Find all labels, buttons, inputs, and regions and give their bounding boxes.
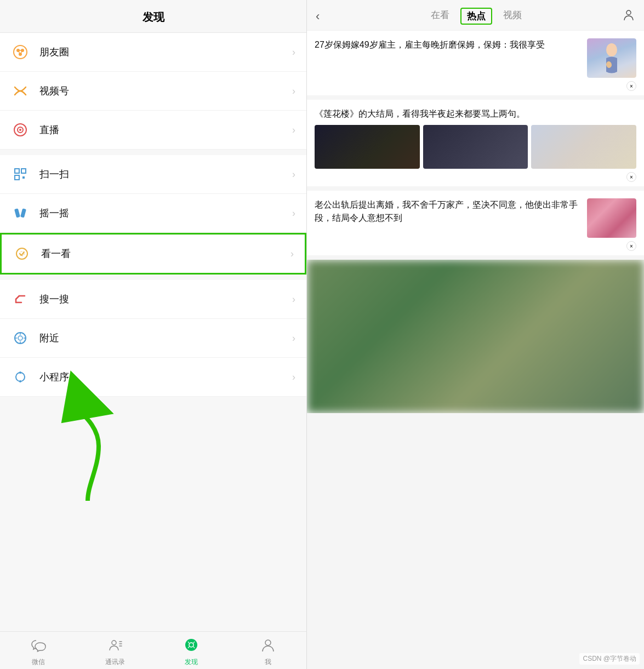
- news-item-2-images: [315, 125, 636, 169]
- scan-icon: [11, 165, 30, 184]
- nav-item-contacts[interactable]: 通讯录: [77, 637, 153, 667]
- look-icon: [13, 244, 31, 263]
- news-img-3: [531, 125, 636, 169]
- news-item-1-close[interactable]: ×: [626, 81, 636, 91]
- news-item-3-text: 老公出轨后提出离婚，我不舍千万家产，坚决不同意，他使出非常手段，结局令人意想不到: [315, 198, 580, 238]
- news-img-2: [423, 125, 528, 169]
- menu-arrow-scan: ›: [292, 169, 295, 180]
- shake-icon: [11, 204, 30, 222]
- svg-point-28: [19, 371, 21, 374]
- menu-arrow-search: ›: [292, 294, 295, 305]
- menu-group-3: 搜一搜 › 附近 ›: [0, 280, 306, 397]
- svg-line-18: [16, 296, 19, 299]
- news-item-2-close[interactable]: ×: [626, 172, 636, 182]
- left-header: 发现: [0, 0, 306, 33]
- svg-rect-11: [21, 169, 26, 173]
- menu-item-nearby[interactable]: 附近 ›: [0, 319, 306, 358]
- menu-arrow-live: ›: [292, 124, 295, 136]
- menu-arrow-shake: ›: [292, 208, 295, 219]
- video-channel-icon: [11, 82, 30, 100]
- news-item-3-close-area: ×: [315, 241, 636, 251]
- svg-rect-15: [20, 208, 26, 218]
- menu-item-friends-circle[interactable]: 朋友圈 ›: [0, 33, 306, 72]
- menu-arrow-video-channel: ›: [292, 85, 295, 97]
- svg-rect-10: [15, 169, 19, 173]
- watermark: CSDN @字节卷动: [579, 653, 640, 665]
- news-item-1-text: 27岁保姆嫁49岁雇主，雇主每晚折磨保姆，保姆：我很享受: [315, 38, 580, 78]
- news-item-3[interactable]: 老公出轨后提出离婚，我不舍千万家产，坚决不同意，他使出非常手段，结局令人意想不到…: [307, 191, 644, 255]
- menu-item-look[interactable]: 看一看 ›: [0, 233, 306, 275]
- arrow-area: [0, 397, 306, 517]
- profile-button[interactable]: [622, 8, 635, 25]
- nav-label-contacts: 通讯录: [105, 657, 125, 667]
- svg-point-9: [19, 129, 21, 131]
- left-content-area: 朋友圈 › 视频号 ›: [0, 33, 306, 631]
- tab-video[interactable]: 视频: [503, 8, 522, 25]
- wechat-nav-icon: [31, 637, 46, 656]
- back-button[interactable]: ‹: [316, 9, 320, 24]
- menu-gap-2: [0, 275, 306, 280]
- menu-item-live[interactable]: 直播 ›: [0, 111, 306, 150]
- svg-point-35: [185, 639, 197, 651]
- menu-label-look: 看一看: [41, 247, 290, 260]
- search-icon: [11, 290, 30, 308]
- menu-item-miniapp[interactable]: 小程序 ›: [0, 358, 306, 397]
- friends-circle-icon: [11, 43, 30, 61]
- miniapp-icon: [11, 368, 30, 386]
- nav-label-discover: 发现: [185, 657, 198, 667]
- right-header: ‹ 在看 热点 视频: [307, 0, 644, 31]
- menu-group-2: 扫一扫 › 摇一摇 ›: [0, 155, 306, 275]
- bottom-nav: 微信 通讯录: [0, 631, 306, 669]
- news-item-3-close[interactable]: ×: [626, 241, 636, 251]
- news-item-2-title: 《莲花楼》的大结局，看得我半夜起来都要骂上两句。: [315, 107, 636, 121]
- menu-label-scan: 扫一扫: [39, 168, 292, 181]
- svg-rect-13: [22, 176, 25, 179]
- news-item-2[interactable]: 《莲花楼》的大结局，看得我半夜起来都要骂上两句。 ×: [307, 100, 644, 186]
- news-item-1-thumb: [587, 38, 636, 78]
- menu-label-live: 直播: [39, 123, 292, 136]
- nav-item-discover[interactable]: 发现: [153, 637, 230, 667]
- nav-label-wechat: 微信: [32, 657, 45, 667]
- news-item-1-title: 27岁保姆嫁49岁雇主，雇主每晚折磨保姆，保姆：我很享受: [315, 38, 580, 52]
- menu-group-1: 朋友圈 › 视频号 ›: [0, 33, 306, 150]
- menu-arrow-look: ›: [290, 248, 294, 260]
- nav-item-wechat[interactable]: 微信: [0, 637, 77, 667]
- blurred-image: [307, 260, 644, 413]
- news-item-3-top: 老公出轨后提出离婚，我不舍千万家产，坚决不同意，他使出非常手段，结局令人意想不到: [315, 198, 636, 238]
- annotation-arrow: [66, 402, 110, 512]
- svg-point-29: [19, 380, 21, 382]
- svg-point-39: [606, 43, 617, 56]
- nearby-icon: [11, 329, 30, 347]
- menu-item-search[interactable]: 搜一搜 ›: [0, 280, 306, 319]
- news-item-3-thumb: [587, 198, 636, 238]
- news-feed: 27岁保姆嫁49岁雇主，雇主每晚折磨保姆，保姆：我很享受 ×: [307, 31, 644, 669]
- tab-hotspot[interactable]: 热点: [460, 8, 492, 25]
- menu-arrow-friends-circle: ›: [292, 47, 295, 58]
- svg-rect-14: [14, 208, 20, 218]
- news-item-2-close-area: ×: [315, 172, 636, 182]
- menu-label-miniapp: 小程序: [39, 370, 292, 384]
- blurred-content-area: [307, 260, 644, 413]
- svg-point-31: [112, 641, 116, 645]
- menu-label-shake: 摇一摇: [39, 207, 292, 220]
- right-tabs: 在看 热点 视频: [330, 8, 622, 25]
- menu-label-video-channel: 视频号: [39, 84, 292, 98]
- svg-point-16: [16, 248, 27, 259]
- menu-item-scan[interactable]: 扫一扫 ›: [0, 155, 306, 194]
- menu-gap-1: [0, 150, 306, 155]
- svg-point-23: [18, 336, 22, 340]
- tab-watching[interactable]: 在看: [431, 8, 449, 25]
- svg-rect-12: [15, 175, 19, 180]
- svg-point-37: [265, 640, 271, 645]
- nav-item-me[interactable]: 我: [230, 637, 306, 667]
- news-item-1[interactable]: 27岁保姆嫁49岁雇主，雇主每晚折磨保姆，保姆：我很享受 ×: [307, 31, 644, 95]
- menu-arrow-miniapp: ›: [292, 371, 295, 383]
- news-item-1-close-area: ×: [315, 81, 636, 91]
- news-item-1-top: 27岁保姆嫁49岁雇主，雇主每晚折磨保姆，保姆：我很享受: [315, 38, 636, 78]
- menu-item-shake[interactable]: 摇一摇 ›: [0, 194, 306, 233]
- menu-label-search: 搜一搜: [39, 293, 292, 306]
- nav-label-me: 我: [265, 657, 271, 667]
- menu-item-video-channel[interactable]: 视频号 ›: [0, 72, 306, 111]
- news-img-1: [315, 125, 420, 169]
- svg-point-0: [14, 45, 27, 59]
